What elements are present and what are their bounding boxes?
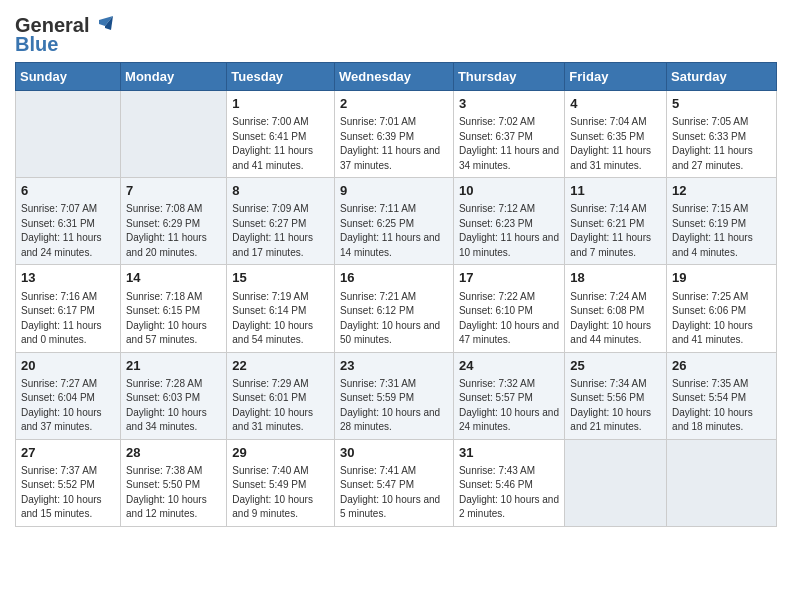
cell-content: Sunrise: 7:32 AMSunset: 5:57 PMDaylight:… [459,377,559,435]
calendar-cell: 10Sunrise: 7:12 AMSunset: 6:23 PMDayligh… [453,178,564,265]
cell-content: Sunrise: 7:16 AMSunset: 6:17 PMDaylight:… [21,290,115,348]
calendar-cell: 9Sunrise: 7:11 AMSunset: 6:25 PMDaylight… [335,178,454,265]
day-number: 24 [459,357,559,375]
day-number: 12 [672,182,771,200]
cell-content: Sunrise: 7:04 AMSunset: 6:35 PMDaylight:… [570,115,661,173]
cell-content: Sunrise: 7:14 AMSunset: 6:21 PMDaylight:… [570,202,661,260]
calendar-cell: 31Sunrise: 7:43 AMSunset: 5:46 PMDayligh… [453,439,564,526]
calendar-cell [565,439,667,526]
calendar-cell: 22Sunrise: 7:29 AMSunset: 6:01 PMDayligh… [227,352,335,439]
calendar-cell: 20Sunrise: 7:27 AMSunset: 6:04 PMDayligh… [16,352,121,439]
weekday-header-saturday: Saturday [667,63,777,91]
cell-content: Sunrise: 7:01 AMSunset: 6:39 PMDaylight:… [340,115,448,173]
calendar-cell: 7Sunrise: 7:08 AMSunset: 6:29 PMDaylight… [121,178,227,265]
day-number: 20 [21,357,115,375]
weekday-header-wednesday: Wednesday [335,63,454,91]
calendar-cell: 8Sunrise: 7:09 AMSunset: 6:27 PMDaylight… [227,178,335,265]
calendar-cell: 25Sunrise: 7:34 AMSunset: 5:56 PMDayligh… [565,352,667,439]
day-number: 22 [232,357,329,375]
day-number: 13 [21,269,115,287]
cell-content: Sunrise: 7:34 AMSunset: 5:56 PMDaylight:… [570,377,661,435]
calendar-cell: 14Sunrise: 7:18 AMSunset: 6:15 PMDayligh… [121,265,227,352]
calendar-cell: 2Sunrise: 7:01 AMSunset: 6:39 PMDaylight… [335,91,454,178]
cell-content: Sunrise: 7:12 AMSunset: 6:23 PMDaylight:… [459,202,559,260]
calendar-cell: 4Sunrise: 7:04 AMSunset: 6:35 PMDaylight… [565,91,667,178]
cell-content: Sunrise: 7:38 AMSunset: 5:50 PMDaylight:… [126,464,221,522]
calendar-cell: 11Sunrise: 7:14 AMSunset: 6:21 PMDayligh… [565,178,667,265]
week-row-5: 27Sunrise: 7:37 AMSunset: 5:52 PMDayligh… [16,439,777,526]
calendar-cell: 12Sunrise: 7:15 AMSunset: 6:19 PMDayligh… [667,178,777,265]
cell-content: Sunrise: 7:25 AMSunset: 6:06 PMDaylight:… [672,290,771,348]
day-number: 9 [340,182,448,200]
cell-content: Sunrise: 7:09 AMSunset: 6:27 PMDaylight:… [232,202,329,260]
day-number: 26 [672,357,771,375]
cell-content: Sunrise: 7:40 AMSunset: 5:49 PMDaylight:… [232,464,329,522]
cell-content: Sunrise: 7:21 AMSunset: 6:12 PMDaylight:… [340,290,448,348]
cell-content: Sunrise: 7:24 AMSunset: 6:08 PMDaylight:… [570,290,661,348]
calendar-cell [667,439,777,526]
calendar-cell: 21Sunrise: 7:28 AMSunset: 6:03 PMDayligh… [121,352,227,439]
cell-content: Sunrise: 7:15 AMSunset: 6:19 PMDaylight:… [672,202,771,260]
cell-content: Sunrise: 7:37 AMSunset: 5:52 PMDaylight:… [21,464,115,522]
cell-content: Sunrise: 7:27 AMSunset: 6:04 PMDaylight:… [21,377,115,435]
cell-content: Sunrise: 7:07 AMSunset: 6:31 PMDaylight:… [21,202,115,260]
calendar-cell: 19Sunrise: 7:25 AMSunset: 6:06 PMDayligh… [667,265,777,352]
day-number: 16 [340,269,448,287]
cell-content: Sunrise: 7:11 AMSunset: 6:25 PMDaylight:… [340,202,448,260]
weekday-header-tuesday: Tuesday [227,63,335,91]
calendar-cell: 16Sunrise: 7:21 AMSunset: 6:12 PMDayligh… [335,265,454,352]
weekday-header-thursday: Thursday [453,63,564,91]
page-header: General Blue [15,10,777,56]
cell-content: Sunrise: 7:19 AMSunset: 6:14 PMDaylight:… [232,290,329,348]
calendar-cell: 15Sunrise: 7:19 AMSunset: 6:14 PMDayligh… [227,265,335,352]
cell-content: Sunrise: 7:35 AMSunset: 5:54 PMDaylight:… [672,377,771,435]
cell-content: Sunrise: 7:31 AMSunset: 5:59 PMDaylight:… [340,377,448,435]
cell-content: Sunrise: 7:41 AMSunset: 5:47 PMDaylight:… [340,464,448,522]
calendar-cell: 28Sunrise: 7:38 AMSunset: 5:50 PMDayligh… [121,439,227,526]
day-number: 10 [459,182,559,200]
day-number: 4 [570,95,661,113]
cell-content: Sunrise: 7:00 AMSunset: 6:41 PMDaylight:… [232,115,329,173]
day-number: 1 [232,95,329,113]
cell-content: Sunrise: 7:18 AMSunset: 6:15 PMDaylight:… [126,290,221,348]
day-number: 3 [459,95,559,113]
week-row-2: 6Sunrise: 7:07 AMSunset: 6:31 PMDaylight… [16,178,777,265]
logo: General Blue [15,14,113,56]
day-number: 2 [340,95,448,113]
day-number: 6 [21,182,115,200]
day-number: 17 [459,269,559,287]
day-number: 18 [570,269,661,287]
calendar-cell: 29Sunrise: 7:40 AMSunset: 5:49 PMDayligh… [227,439,335,526]
calendar-cell: 3Sunrise: 7:02 AMSunset: 6:37 PMDaylight… [453,91,564,178]
cell-content: Sunrise: 7:29 AMSunset: 6:01 PMDaylight:… [232,377,329,435]
logo-blue-text: Blue [15,33,58,56]
day-number: 23 [340,357,448,375]
day-number: 30 [340,444,448,462]
week-row-4: 20Sunrise: 7:27 AMSunset: 6:04 PMDayligh… [16,352,777,439]
day-number: 27 [21,444,115,462]
day-number: 29 [232,444,329,462]
day-number: 8 [232,182,329,200]
day-number: 19 [672,269,771,287]
calendar-cell: 24Sunrise: 7:32 AMSunset: 5:57 PMDayligh… [453,352,564,439]
weekday-header-friday: Friday [565,63,667,91]
day-number: 7 [126,182,221,200]
weekday-header-monday: Monday [121,63,227,91]
calendar-cell: 30Sunrise: 7:41 AMSunset: 5:47 PMDayligh… [335,439,454,526]
day-number: 14 [126,269,221,287]
calendar-cell: 1Sunrise: 7:00 AMSunset: 6:41 PMDaylight… [227,91,335,178]
day-number: 5 [672,95,771,113]
calendar-cell [121,91,227,178]
week-row-1: 1Sunrise: 7:00 AMSunset: 6:41 PMDaylight… [16,91,777,178]
cell-content: Sunrise: 7:43 AMSunset: 5:46 PMDaylight:… [459,464,559,522]
calendar-cell: 26Sunrise: 7:35 AMSunset: 5:54 PMDayligh… [667,352,777,439]
day-number: 28 [126,444,221,462]
day-number: 15 [232,269,329,287]
cell-content: Sunrise: 7:08 AMSunset: 6:29 PMDaylight:… [126,202,221,260]
cell-content: Sunrise: 7:02 AMSunset: 6:37 PMDaylight:… [459,115,559,173]
cell-content: Sunrise: 7:05 AMSunset: 6:33 PMDaylight:… [672,115,771,173]
calendar-cell: 23Sunrise: 7:31 AMSunset: 5:59 PMDayligh… [335,352,454,439]
calendar-cell: 6Sunrise: 7:07 AMSunset: 6:31 PMDaylight… [16,178,121,265]
weekday-header-row: SundayMondayTuesdayWednesdayThursdayFrid… [16,63,777,91]
week-row-3: 13Sunrise: 7:16 AMSunset: 6:17 PMDayligh… [16,265,777,352]
